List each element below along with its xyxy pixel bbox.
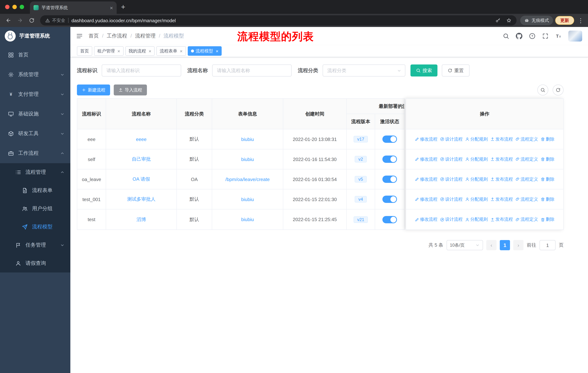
window-minimize-button[interactable]: [12, 5, 17, 9]
reload-button[interactable]: [27, 16, 36, 25]
view-tag[interactable]: 流程表单×: [156, 46, 186, 56]
action-design-link[interactable]: 设计流程: [440, 176, 462, 182]
action-trash-link[interactable]: 删除: [541, 216, 555, 222]
action-edit-link[interactable]: 修改流程: [415, 136, 437, 142]
process-name-link[interactable]: eeee: [136, 136, 147, 142]
tag-close-icon[interactable]: ×: [180, 49, 182, 53]
tag-close-icon[interactable]: ×: [117, 49, 120, 53]
version-badge[interactable]: v21: [354, 216, 368, 223]
process-category-select[interactable]: 流程分类: [323, 64, 405, 77]
sidebar-item-task-management[interactable]: 任务管理: [0, 236, 70, 254]
breadcrumb-item-workflow[interactable]: 工作流程: [99, 33, 127, 39]
window-close-button[interactable]: [5, 5, 10, 9]
security-indicator[interactable]: 不安全: [45, 17, 65, 23]
form-info-link[interactable]: biubiu: [241, 217, 254, 222]
active-status-toggle[interactable]: [382, 156, 397, 163]
process-name-link[interactable]: 测试多审批人: [127, 196, 156, 202]
page-1-button[interactable]: 1: [500, 240, 510, 250]
action-design-link[interactable]: 设计流程: [440, 196, 462, 202]
address-bar[interactable]: 不安全 dashboard.yudao.iocoder.cn/bpm/manag…: [40, 15, 516, 26]
new-tab-button[interactable]: +: [121, 3, 125, 10]
browser-menu-icon[interactable]: ⋮: [578, 17, 584, 24]
action-trash-link[interactable]: 删除: [541, 136, 555, 142]
view-tag[interactable]: 租户管理×: [94, 46, 123, 56]
create-process-button[interactable]: 新建流程: [77, 84, 110, 95]
sidebar-item-process-management[interactable]: 流程管理: [0, 163, 70, 181]
action-edit-link[interactable]: 修改流程: [415, 216, 437, 222]
breadcrumb-item-home[interactable]: 首页: [89, 33, 99, 39]
action-design-link[interactable]: 设计流程: [440, 216, 462, 222]
bookmark-star-icon[interactable]: [506, 18, 511, 23]
process-name-link[interactable]: OA 请假: [133, 176, 150, 182]
goto-page-input[interactable]: [539, 240, 556, 250]
tab-close-icon[interactable]: ×: [110, 5, 113, 10]
action-definition-link[interactable]: 流程定义: [515, 176, 538, 182]
search-icon[interactable]: [503, 33, 509, 39]
action-trash-link[interactable]: 删除: [541, 156, 555, 162]
forward-button[interactable]: [15, 16, 25, 25]
search-button[interactable]: 搜索: [410, 64, 437, 77]
password-key-icon[interactable]: [495, 18, 501, 23]
action-publish-link[interactable]: 发布流程: [490, 136, 513, 142]
sidebar-item-workflow[interactable]: 工作流程: [0, 143, 70, 163]
tag-close-icon[interactable]: ×: [148, 49, 151, 53]
action-assign-user-link[interactable]: 分配规则: [465, 136, 488, 142]
action-design-link[interactable]: 设计流程: [440, 156, 462, 162]
collapse-sidebar-button[interactable]: [76, 33, 83, 39]
user-avatar[interactable]: [568, 30, 582, 41]
view-tag[interactable]: 首页: [77, 46, 92, 56]
action-definition-link[interactable]: 流程定义: [515, 156, 538, 162]
action-publish-link[interactable]: 发布流程: [490, 156, 513, 162]
github-icon[interactable]: [516, 33, 522, 39]
form-info-link[interactable]: biubiu: [241, 156, 254, 162]
version-badge[interactable]: v4: [355, 196, 367, 202]
sidebar-item-leave-query[interactable]: 请假查询: [0, 254, 70, 272]
action-publish-link[interactable]: 发布流程: [490, 176, 513, 182]
action-trash-link[interactable]: 删除: [541, 196, 555, 202]
font-size-icon[interactable]: TT: [555, 33, 562, 39]
sidebar-item-home[interactable]: 首页: [0, 45, 70, 65]
version-badge[interactable]: v17: [354, 136, 368, 142]
action-trash-link[interactable]: 删除: [541, 176, 555, 182]
tag-close-icon[interactable]: ×: [216, 49, 219, 53]
sidebar-item-process-model[interactable]: 流程模型: [0, 218, 70, 236]
action-edit-link[interactable]: 修改流程: [415, 196, 437, 202]
app-logo[interactable]: 芋道管理系统: [0, 27, 70, 45]
action-edit-link[interactable]: 修改流程: [415, 156, 437, 162]
breadcrumb-item-process-management[interactable]: 流程管理: [127, 33, 156, 39]
form-info-link[interactable]: /bpm/oa/leave/create: [225, 176, 270, 182]
action-assign-user-link[interactable]: 分配规则: [465, 216, 488, 222]
action-assign-user-link[interactable]: 分配规则: [465, 156, 488, 162]
process-name-link[interactable]: 滔博: [136, 216, 146, 223]
next-page-button[interactable]: ›: [513, 240, 524, 250]
active-status-toggle[interactable]: [382, 135, 397, 143]
back-button[interactable]: [4, 16, 13, 25]
browser-tab[interactable]: 芋道管理系统 ×: [30, 1, 117, 14]
active-status-toggle[interactable]: [382, 176, 397, 183]
action-assign-user-link[interactable]: 分配规则: [465, 196, 488, 202]
version-badge[interactable]: v5: [355, 176, 367, 182]
action-publish-link[interactable]: 发布流程: [490, 196, 513, 202]
active-status-toggle[interactable]: [382, 196, 397, 203]
reset-button[interactable]: 重置: [442, 64, 470, 77]
view-tag-active[interactable]: 流程模型×: [188, 46, 222, 56]
action-definition-link[interactable]: 流程定义: [515, 196, 538, 202]
sidebar-item-user-group[interactable]: 用户分组: [0, 200, 70, 218]
window-zoom-button[interactable]: [20, 5, 24, 9]
show-search-button[interactable]: [537, 84, 548, 95]
action-publish-link[interactable]: 发布流程: [490, 216, 513, 222]
action-design-link[interactable]: 设计流程: [440, 136, 462, 142]
refresh-table-button[interactable]: [553, 84, 564, 95]
prev-page-button[interactable]: ‹: [486, 240, 496, 250]
form-info-link[interactable]: biubiu: [241, 136, 254, 142]
form-info-link[interactable]: biubiu: [241, 197, 254, 202]
process-id-input[interactable]: [102, 64, 181, 77]
action-definition-link[interactable]: 流程定义: [515, 216, 538, 222]
browser-update-button[interactable]: 更新: [555, 16, 574, 25]
process-name-link[interactable]: 自己审批: [132, 156, 151, 162]
active-status-toggle[interactable]: [382, 216, 397, 223]
sidebar-item-system-management[interactable]: 系统管理: [0, 65, 70, 84]
help-icon[interactable]: ?: [529, 33, 536, 39]
action-edit-link[interactable]: 修改流程: [415, 176, 437, 182]
action-assign-user-link[interactable]: 分配规则: [465, 176, 488, 182]
